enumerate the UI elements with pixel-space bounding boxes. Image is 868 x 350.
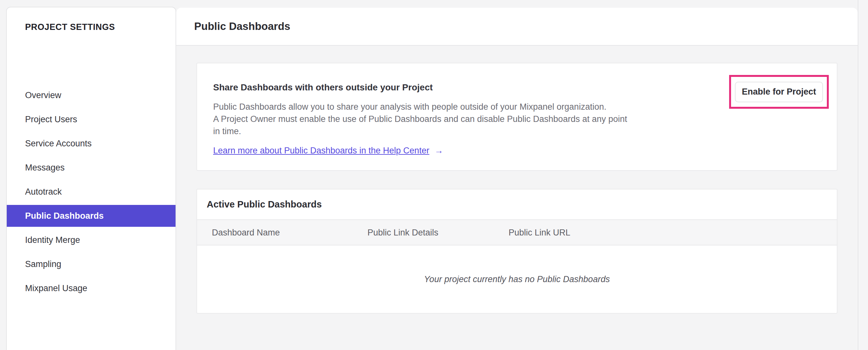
sidebar-item-label: Sampling — [25, 259, 61, 269]
share-dashboards-card: Share Dashboards with others outside you… — [196, 63, 837, 171]
sidebar-item-messages[interactable]: Messages — [7, 157, 176, 178]
scrollbar-gutter — [858, 0, 868, 350]
active-card-header: Active Public Dashboards — [197, 189, 837, 220]
project-settings-sidebar: PROJECT SETTINGS Overview Project Users … — [6, 7, 176, 350]
sidebar-item-label: Mixpanel Usage — [25, 284, 88, 293]
page-title: Public Dashboards — [194, 20, 290, 32]
learn-more-row: Learn more about Public Dashboards in th… — [213, 144, 837, 157]
sidebar-item-identity-merge[interactable]: Identity Merge — [7, 229, 176, 251]
sidebar-item-mixpanel-usage[interactable]: Mixpanel Usage — [7, 277, 176, 299]
sidebar-item-label: Identity Merge — [25, 235, 80, 245]
empty-state-message: Your project currently has no Public Das… — [424, 274, 610, 284]
content-area: Share Dashboards with others outside you… — [176, 46, 858, 314]
dashboards-empty-state: Your project currently has no Public Das… — [197, 245, 837, 313]
pink-highlight-annotation: Enable for Project — [729, 75, 829, 109]
dashboards-table-header: Dashboard Name Public Link Details Publi… — [197, 220, 837, 245]
sidebar-item-label: Public Dashboards — [25, 211, 104, 221]
sidebar-item-autotrack[interactable]: Autotrack — [7, 181, 176, 203]
active-public-dashboards-card: Active Public Dashboards Dashboard Name … — [196, 189, 837, 314]
sidebar-item-project-users[interactable]: Project Users — [7, 109, 176, 130]
active-card-title: Active Public Dashboards — [207, 199, 322, 210]
sidebar-item-label: Overview — [25, 90, 61, 100]
sidebar-item-sampling[interactable]: Sampling — [7, 253, 176, 275]
sidebar-item-overview[interactable]: Overview — [7, 84, 176, 106]
enable-for-project-button[interactable]: Enable for Project — [735, 82, 823, 102]
sidebar-item-label: Messages — [25, 163, 65, 173]
sidebar-item-public-dashboards[interactable]: Public Dashboards — [7, 205, 176, 227]
column-header-dashboard-name: Dashboard Name — [212, 228, 280, 237]
description-line: in time. — [213, 125, 837, 137]
sidebar-item-label: Service Accounts — [25, 139, 92, 149]
sidebar-item-service-accounts[interactable]: Service Accounts — [7, 133, 176, 154]
sidebar-item-label: Autotrack — [25, 187, 62, 197]
page-header: Public Dashboards — [176, 8, 858, 46]
column-header-public-link-url: Public Link URL — [508, 228, 570, 237]
main-area: Public Dashboards Share Dashboards with … — [176, 0, 858, 350]
sidebar-nav: Overview Project Users Service Accounts … — [7, 84, 176, 299]
sidebar-item-label: Project Users — [25, 115, 77, 124]
arrow-right-icon: → — [434, 146, 443, 156]
description-line: A Project Owner must enable the use of P… — [213, 113, 837, 125]
sidebar-title: PROJECT SETTINGS — [7, 7, 176, 31]
column-header-public-link-details: Public Link Details — [368, 228, 438, 237]
learn-more-link[interactable]: Learn more about Public Dashboards in th… — [213, 146, 429, 156]
